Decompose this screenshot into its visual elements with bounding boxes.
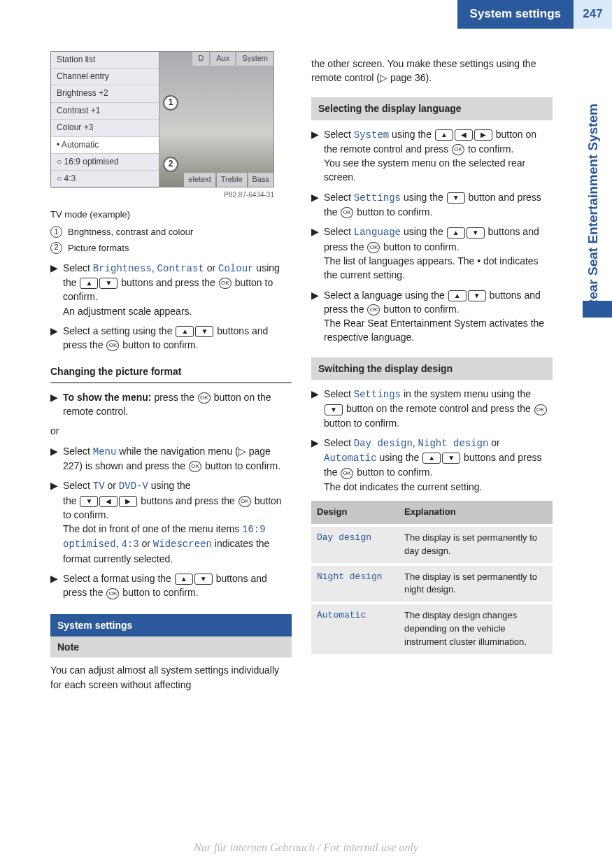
ok-key-icon: OK [367, 242, 380, 253]
table-cell: Night design [311, 564, 399, 604]
table-cell: The display is set permanently to night … [399, 564, 553, 604]
t: or [139, 538, 153, 549]
callout-1-icon: 1 [163, 95, 178, 111]
ok-key-icon: OK [341, 468, 353, 479]
ok-key-icon: OK [198, 392, 211, 404]
t: The Rear Seat Entertainment System activ… [324, 318, 544, 343]
image-code: P82.87-6434-31 [50, 190, 274, 201]
table-row: Day design The display is set permanentl… [311, 525, 553, 564]
shot-tab: eletext [184, 173, 215, 187]
t: , [413, 437, 418, 448]
ui-term: Day design [354, 438, 413, 449]
t: Select [324, 129, 354, 140]
t: To show the menu: [63, 392, 152, 403]
up-key-icon: ▲ [448, 290, 467, 301]
t: Select [324, 388, 354, 399]
down-key-icon: ▼ [325, 404, 343, 415]
grey-heading: Switching the display design [311, 357, 553, 380]
t: Select [63, 480, 93, 491]
shot-tab: System [236, 52, 273, 66]
t: or [204, 262, 218, 273]
t: button to confirm. [202, 460, 280, 471]
t: or [488, 437, 499, 448]
design-table: Design Explanation Day design The displa… [311, 501, 553, 654]
shot-item: Brightness +2 [51, 85, 159, 102]
side-tab-marker [583, 301, 612, 318]
table-row: Automatic The display design changes dep… [311, 603, 553, 654]
t: Select a language using the [324, 290, 448, 301]
up-key-icon: ▲ [435, 129, 453, 141]
ui-term: Automatic [324, 453, 377, 464]
t: in the system menu using the [401, 388, 531, 399]
legend-num-icon: 1 [50, 226, 62, 238]
ui-term: Widescreen [153, 539, 212, 550]
down-key-icon: ▼ [99, 278, 118, 289]
table-cell: Automatic [311, 603, 399, 654]
t: button to confirm. [324, 418, 399, 429]
t: button to confirm. [354, 206, 432, 218]
up-key-icon: ▲ [175, 574, 193, 585]
step: ▶ Select System using the ▲◀▶ button on … [311, 127, 553, 185]
t: using the [401, 192, 446, 203]
ui-term: TV [93, 481, 105, 492]
t: using the [148, 480, 191, 491]
note-bar: Note [50, 636, 292, 657]
note-body: You can adjust almost all system setting… [50, 663, 292, 692]
ui-term: Settings [354, 192, 401, 204]
t: Select [324, 437, 354, 448]
t: , [152, 262, 157, 273]
t: buttons and press the [118, 277, 218, 288]
step: ▶ Select Menu while the navigation menu … [50, 444, 292, 474]
legend-text: Brightness, contrast and colour [68, 226, 193, 239]
t: The dot indicates the current setting. [324, 481, 482, 492]
shot-tab: Aux [211, 52, 235, 66]
down-key-icon: ▼ [80, 496, 98, 507]
t: The list of languages appears. The • dot… [324, 255, 539, 280]
legend-text: Picture formats [68, 242, 129, 255]
t: Select [324, 192, 354, 203]
image-caption: TV mode (example) [50, 208, 292, 222]
right-key-icon: ▶ [474, 129, 492, 141]
ok-key-icon: OK [452, 144, 464, 155]
step: ▶ To show the menu: press the OK button … [50, 390, 292, 419]
down-key-icon: ▼ [195, 326, 213, 337]
left-key-icon: ◀ [455, 129, 473, 141]
t: using the [389, 129, 434, 140]
table-cell: The display is set permanently to day de… [399, 525, 553, 564]
header-title: System settings [457, 0, 574, 29]
step: ▶ Select Language using the ▲▼ buttons a… [311, 225, 553, 282]
tv-screenshot: Station list Channel entry Brightness +2… [50, 51, 274, 187]
note-body: the other screen. You make these setting… [311, 57, 553, 85]
legend-row: 1 Brightness, contrast and colour [50, 226, 292, 239]
shot-item: Station list [51, 52, 159, 69]
down-key-icon: ▼ [442, 453, 460, 464]
t: button to confirm. [354, 467, 432, 478]
shot-item: ○ 4:3 [51, 171, 159, 187]
table-row: Night design The display is set permanen… [311, 564, 553, 604]
t: Select [63, 262, 93, 273]
step: ▶ Select Settings using the ▼ button and… [311, 190, 553, 220]
ui-term: Brightness [93, 263, 152, 274]
shot-tab: Bass [248, 173, 273, 187]
shot-item: Colour +3 [51, 120, 159, 136]
side-tab-label: Rear Seat Entertainment System [583, 104, 603, 309]
ok-key-icon: OK [106, 588, 119, 599]
t: press the [152, 392, 197, 403]
ui-term: DVD-V [119, 481, 148, 492]
left-column: Station list Channel entry Brightness +2… [50, 51, 292, 697]
down-key-icon: ▼ [468, 290, 486, 301]
ok-key-icon: OK [106, 340, 119, 351]
t: button to confirm. [380, 241, 459, 252]
ok-key-icon: OK [341, 207, 353, 218]
ok-key-icon: OK [367, 304, 380, 315]
t: Select [324, 226, 354, 237]
t: button to confirm. [120, 587, 198, 598]
right-key-icon: ▶ [119, 496, 137, 507]
ok-key-icon: OK [534, 404, 547, 415]
ui-term: Settings [354, 389, 401, 400]
ui-term: System [354, 129, 389, 141]
t: button on the remote control and press t… [343, 403, 534, 414]
t: Select a format using the [63, 573, 174, 584]
table-header: Explanation [399, 501, 553, 525]
down-key-icon: ▼ [194, 574, 213, 585]
